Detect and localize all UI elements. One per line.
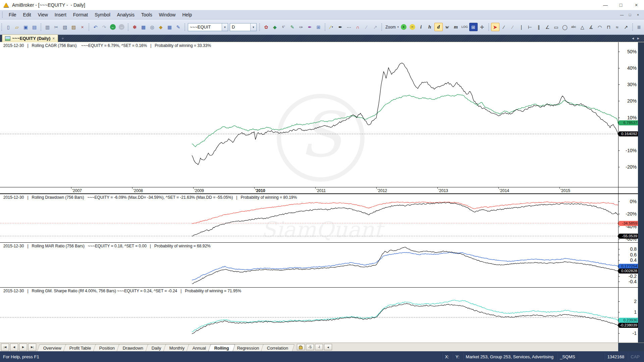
paste-button[interactable]: ▨ [69,23,78,31]
menu-file[interactable]: File [5,11,20,19]
interval-monthly-button[interactable]: m [452,23,460,31]
new-chart-button[interactable]: ▩ [139,23,148,31]
chart-area[interactable]: S SiamQuant 2015-12-30 | Rolling CAGR (7… [0,42,644,343]
point-marker-button[interactable]: ⋯ [345,23,353,31]
minimize-button[interactable]: — [598,0,613,10]
edit-chart-button[interactable]: ✎ [288,23,297,31]
zoom-out-button[interactable]: − [408,23,417,31]
restore-button[interactable]: □ [613,0,629,10]
fib-retracement-button[interactable]: ⊢ [526,23,534,31]
chart-pane-rolling-mar[interactable]: 2015-12-30 | Rolling MAR Ratio (756 Bars… [0,242,638,287]
chart-pane-rolling-sharpe[interactable]: 2015-12-30 | Rolling GM. Sharpe Ratio (R… [0,287,638,343]
pitchfork-button[interactable]: △ [578,23,587,31]
zoom-menu-button[interactable]: Zoom▾ [384,23,399,31]
menu-insert[interactable]: Insert [51,11,70,19]
back-button[interactable]: ← [109,23,117,31]
gann-angles-button[interactable]: ∡ [587,23,595,31]
interval-minutes-button[interactable]: 6° [279,23,288,31]
arrow-annotation-button[interactable]: ↗ [622,23,630,31]
select-pointer-button[interactable]: ➤ [491,23,499,31]
interval-daily-button[interactable]: d [434,23,443,31]
sheet-tab-drawdown[interactable]: Drawdown [117,344,150,351]
formula-editor-button[interactable]: ✎ [174,23,182,31]
parallel-lines-button[interactable]: ∥ [535,23,543,31]
report-explorer-button[interactable]: ▦ [165,23,174,31]
delete-button[interactable]: × [78,23,87,31]
lock-button[interactable] [297,344,305,350]
menu-format[interactable]: Format [70,11,91,19]
row-layout-button[interactable]: ≣ [635,23,643,31]
symbol-explorer-button[interactable]: ◎ [148,23,156,31]
mdi-restore-button[interactable]: □ [626,11,634,18]
chart-window-button[interactable]: ⊞ [314,23,323,31]
tab-scroll-left-icon[interactable]: ◂ [632,36,634,41]
undo-button[interactable]: ↶ [91,23,100,31]
interval-intraday-button[interactable]: i [417,23,425,31]
tab-scroll-right-icon[interactable]: ▸ [637,36,639,41]
rectangle-button[interactable]: ▭ [552,23,560,31]
vertical-line-button[interactable]: | [517,23,526,31]
close-button[interactable]: × [629,0,644,10]
chart-wizard-button[interactable]: ✽ [130,23,139,31]
snap-magnet-button[interactable]: ∩ [354,23,362,31]
zoom-in-button[interactable]: + [399,23,408,31]
menu-help[interactable]: Help [179,11,195,19]
ray-line-button[interactable]: ∕ [508,23,517,31]
fib-fan-button[interactable]: ∠ [543,23,552,31]
marker-pen-button[interactable]: ✒ [336,23,344,31]
grow-arrow-button[interactable]: ↗ [371,23,379,31]
interval-weekly-button[interactable]: w [443,23,451,31]
save-table-button[interactable]: ▤ [30,23,39,31]
tab-equity-daily[interactable]: ~~~EQUITY (Daily) × [2,35,58,42]
open-database-button[interactable]: ▱ [13,23,21,31]
menu-view[interactable]: View [35,11,51,19]
sheet-tab-regression[interactable]: Regression [231,344,265,351]
chart-pane-rolling-cagr[interactable]: 2015-12-30 | Rolling CAGR (756 Bars) ~~~… [0,42,638,187]
zoom-menu-button-dropdown-icon[interactable]: ▾ [397,26,399,28]
next-page-button[interactable]: ▶ [19,344,27,351]
mdi-minimize-button[interactable]: — [618,11,626,18]
quote-editor-button[interactable]: ◆ [157,23,165,31]
interval-hourly-button[interactable]: h [426,23,434,31]
interval-combo[interactable]: D▾ [230,23,257,31]
shrink-s-button[interactable]: -S [306,344,314,350]
line-color-button[interactable]: ∕▾ [327,23,336,31]
arc-button[interactable]: ◠ [596,23,604,31]
shrink-i-button[interactable]: -I [315,344,323,350]
trendline-button[interactable]: ∕ [500,23,508,31]
insert-indicator-button[interactable]: ✿ [262,23,270,31]
light-line-button[interactable]: ∕ [362,23,371,31]
sheet-tab-profit-table[interactable]: Profit Table [63,344,98,351]
print-button[interactable]: ▥ [43,23,52,31]
symbol-combo-dropdown-icon[interactable]: ▾ [222,23,228,31]
sheet-tab-rolling[interactable]: Rolling [208,344,235,351]
zigzag-button[interactable]: ≈ [613,23,622,31]
cut-button[interactable]: ✂ [52,23,60,31]
interval-combo-dropdown-icon[interactable]: ▾ [250,23,256,31]
crosshair-button[interactable]: ✛ [478,23,486,31]
text-tool-button[interactable]: abc [570,23,578,31]
insert-study-button[interactable]: ◆ [271,23,279,31]
ellipse-button[interactable]: ◯ [561,23,569,31]
style-switch-button[interactable]: ⊞ [469,23,478,31]
close-tab-icon[interactable]: × [52,36,55,41]
menu-symbol[interactable]: Symbol [91,11,114,19]
cycle-lines-button[interactable]: ⊓ [604,23,613,31]
sheet-tab-overview[interactable]: Overview [37,344,68,351]
mdi-close-button[interactable]: × [634,11,642,18]
chart-pane-rolling-drawdown[interactable]: 2015-12-30 | Rolling Drawdown (756 Bars)… [0,194,638,242]
copy-button[interactable]: ▧ [61,23,69,31]
prev-page-button[interactable]: ◀ [10,344,18,351]
sheet-tab-correlation[interactable]: Correlation [261,344,294,351]
afl-tools-button[interactable]: ✑ [297,23,305,31]
menu-analysis[interactable]: Analysis [114,11,138,19]
redo-button[interactable]: ↷ [100,23,108,31]
brush-tool-button[interactable]: ✒ [306,23,314,31]
menu-window[interactable]: Window [156,11,179,19]
log-scale-button[interactable]: LOG [461,23,469,31]
menu-tools[interactable]: Tools [138,11,156,19]
scroll-left-button[interactable]: ◂ [324,344,332,350]
new-file-button[interactable]: ▯ [4,23,12,31]
line-color-button-dropdown-icon[interactable]: ▾ [332,26,333,28]
last-page-button[interactable]: ▶| [28,344,36,351]
